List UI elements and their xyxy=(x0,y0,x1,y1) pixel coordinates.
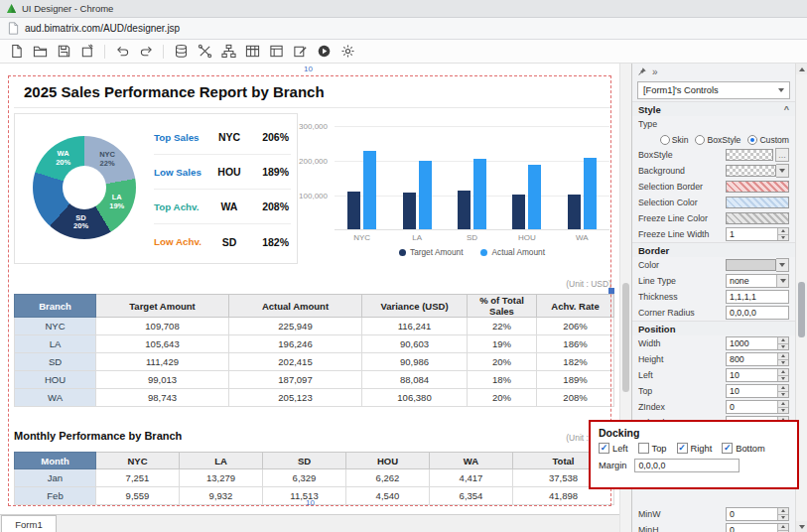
checkbox-checked-icon[interactable]: ✓ xyxy=(599,443,609,454)
design-canvas[interactable]: 10 2025 Sales Performance Report by Bran… xyxy=(0,64,619,532)
collapse-chevrons-icon[interactable]: » xyxy=(652,66,658,77)
minw-control[interactable]: 0 xyxy=(726,507,789,521)
docking-checkbox-left[interactable]: ✓Left xyxy=(599,443,628,454)
number-spinner[interactable]: 10 xyxy=(726,384,789,398)
pattern-swatch[interactable] xyxy=(726,149,773,161)
radio-unselected-icon[interactable] xyxy=(695,135,705,145)
save-as-button[interactable] xyxy=(77,42,97,62)
spinner-down-button[interactable] xyxy=(778,407,788,414)
solid-gray-swatch[interactable] xyxy=(726,259,776,271)
spinner-down-button[interactable] xyxy=(778,375,788,382)
docking-margin-row: Margin 0,0,0,0 xyxy=(591,456,797,475)
sitemap-button[interactable] xyxy=(218,42,238,62)
data-layers-button[interactable] xyxy=(171,42,191,62)
red-hatch-swatch[interactable] xyxy=(726,181,789,193)
line-type-control[interactable]: none xyxy=(726,274,789,288)
dropdown-arrow-button[interactable] xyxy=(776,258,789,272)
y-axis-tick-label: 100,000 xyxy=(299,192,328,200)
corner-radius-control[interactable]: 0,0,0,0 xyxy=(726,306,789,320)
property-row-thickness: Thickness1,1,1,1 xyxy=(632,289,795,305)
settings-button[interactable] xyxy=(337,42,357,62)
dropdown[interactable]: none xyxy=(726,274,789,288)
boxstyle-control[interactable]: … xyxy=(726,148,789,162)
docking-checkbox-bottom[interactable]: ✓Bottom xyxy=(722,443,764,454)
scroll-up-arrow[interactable] xyxy=(796,64,807,74)
redo-button[interactable] xyxy=(136,42,156,62)
scroll-down-arrow[interactable] xyxy=(796,521,807,532)
form-tab[interactable]: Form1 xyxy=(1,515,57,532)
pattern-swatch[interactable] xyxy=(726,165,776,177)
controls-dropdown[interactable]: [Form1]'s Controls xyxy=(637,81,790,99)
number-spinner[interactable]: 0 xyxy=(726,400,789,414)
new-file-button[interactable] xyxy=(6,42,26,62)
scrollbar-thumb[interactable] xyxy=(798,282,805,337)
dropdown-arrow-button[interactable] xyxy=(776,275,788,287)
color-control[interactable] xyxy=(726,258,789,272)
spinner-down-button[interactable] xyxy=(778,234,788,241)
radio-unselected-icon[interactable] xyxy=(660,135,670,145)
dropdown-arrow-button[interactable] xyxy=(776,164,789,178)
table-button[interactable] xyxy=(242,42,262,62)
window-button[interactable] xyxy=(266,42,286,62)
radio-boxstyle[interactable]: BoxStyle xyxy=(695,135,740,145)
number-spinner[interactable]: 1 xyxy=(726,227,789,241)
table-cell: SD xyxy=(15,353,96,371)
open-folder-button[interactable] xyxy=(30,42,50,62)
docking-checkbox-top[interactable]: Top xyxy=(638,443,667,454)
radio-skin[interactable]: Skin xyxy=(660,135,689,145)
text-input[interactable]: 0,0,0,0 xyxy=(726,306,789,320)
section-header-position[interactable]: Position xyxy=(632,321,795,335)
selection-resize-handle[interactable] xyxy=(608,288,614,294)
edit-button[interactable] xyxy=(290,42,310,62)
height-control[interactable]: 800 xyxy=(726,352,789,366)
radio-selected-icon[interactable] xyxy=(747,135,757,145)
zindex-control[interactable]: 0 xyxy=(726,400,789,414)
freeze-line-color-control[interactable] xyxy=(726,212,789,224)
selection-border-control[interactable] xyxy=(726,181,789,193)
spinner-down-button[interactable] xyxy=(778,514,788,521)
background-control[interactable] xyxy=(726,164,789,178)
section-header-style[interactable]: Style^ xyxy=(632,101,795,116)
text-input[interactable]: 1,1,1,1 xyxy=(726,290,789,304)
top-control[interactable]: 10 xyxy=(726,384,789,398)
save-button[interactable] xyxy=(54,42,73,62)
number-spinner[interactable]: 800 xyxy=(726,352,789,366)
run-button[interactable] xyxy=(314,42,334,62)
checkbox-checked-icon[interactable]: ✓ xyxy=(677,443,688,454)
spinner-down-button[interactable] xyxy=(778,391,788,398)
ellipsis-button[interactable]: … xyxy=(775,148,789,162)
left-control[interactable]: 10 xyxy=(726,368,789,382)
arrow-up-icon xyxy=(781,229,785,232)
selection-color-control[interactable] xyxy=(726,197,789,208)
gray-swatch[interactable] xyxy=(726,212,789,224)
number-spinner[interactable]: 10 xyxy=(726,368,789,382)
table-cell: 20% xyxy=(468,389,537,407)
section-header-border[interactable]: Border xyxy=(632,242,795,257)
window-titlebar[interactable]: UI Designer - Chrome xyxy=(0,0,807,18)
number-spinner[interactable]: 0 xyxy=(726,523,789,532)
freeze-line-width-control[interactable]: 1 xyxy=(726,227,789,241)
minh-control[interactable]: 0 xyxy=(726,523,789,532)
number-spinner[interactable]: 0 xyxy=(726,507,789,521)
bar-groups xyxy=(335,126,609,229)
width-control[interactable]: 1000 xyxy=(726,336,789,350)
spinner-down-button[interactable] xyxy=(778,359,788,366)
number-spinner[interactable]: 1000 xyxy=(726,336,789,350)
undo-button[interactable] xyxy=(112,42,132,62)
section-title: Position xyxy=(638,324,675,334)
margin-input[interactable]: 0,0,0,0 xyxy=(634,459,740,472)
pin-icon[interactable] xyxy=(637,66,647,76)
metric-label: Top Achv. xyxy=(154,201,209,212)
checkbox-checked-icon[interactable]: ✓ xyxy=(722,443,733,454)
scrollbar-thumb[interactable] xyxy=(622,283,629,392)
browser-address-bar[interactable]: aud.bimatrix.com/AUD/designer.jsp xyxy=(0,18,807,40)
spinner-down-button[interactable] xyxy=(778,343,788,350)
docking-checkbox-right[interactable]: ✓Right xyxy=(677,443,713,454)
blue-swatch[interactable] xyxy=(726,197,789,208)
tools-button[interactable] xyxy=(195,42,214,62)
table-header-row: BranchTarget AmountActual AmountVariance… xyxy=(15,295,614,318)
thickness-control[interactable]: 1,1,1,1 xyxy=(726,290,789,304)
app-window: UI Designer - Chrome aud.bimatrix.com/AU… xyxy=(0,0,807,532)
radio-custom[interactable]: Custom xyxy=(747,135,789,145)
checkbox-unchecked-icon[interactable] xyxy=(638,443,649,454)
